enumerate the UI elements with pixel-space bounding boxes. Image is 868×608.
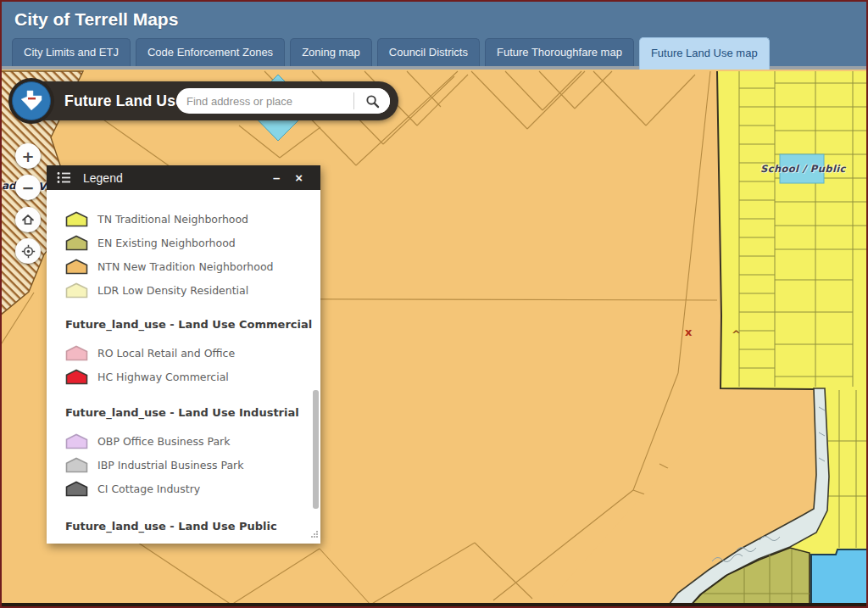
legend-header[interactable]: Legend – × [47, 165, 320, 190]
en-swatch-icon [67, 236, 87, 249]
zoom-out-button[interactable]: − [15, 175, 41, 200]
legend-item-label: IBP Industrial Business Park [97, 459, 243, 471]
tab-city-limits-and-etj[interactable]: City Limits and ETJ [12, 38, 131, 66]
search-box [176, 88, 390, 114]
ci-swatch-icon [67, 482, 87, 495]
ro-swatch-icon [67, 346, 87, 360]
zone-blue-water [811, 549, 868, 608]
tab-council-districts[interactable]: Council Districts [377, 38, 480, 66]
terrell-texas-logo-icon [12, 81, 51, 120]
legend-item-label: EN Existing Neighborhood [97, 237, 236, 249]
tab-code-enforcement-zones[interactable]: Code Enforcement Zones [136, 38, 285, 66]
home-icon [21, 213, 35, 226]
obp-swatch-icon [67, 434, 87, 448]
tab-future-land-use-map[interactable]: Future Land Use map [639, 37, 770, 70]
legend-item-hc: HC Highway Commercial [65, 365, 320, 388]
tab-bar: City Limits and ETJ Code Enforcement Zon… [0, 37, 868, 70]
legend-item-tn: TN Traditional Neighborhood [65, 207, 320, 231]
legend-scrollbar-thumb[interactable] [313, 390, 319, 509]
legend-item-ntn: NTN New Tradition Neighborhood [65, 254, 320, 278]
legend-item-label: RO Local Retail and Office [97, 347, 235, 360]
city-logo [8, 78, 54, 124]
hc-swatch-icon [67, 370, 87, 383]
app-label: Future Land Use [64, 81, 184, 120]
legend-item-ibp: IBP Industrial Business Park [65, 453, 320, 477]
legend-item-obp: OBP Office Business Park [65, 429, 320, 453]
map-toolbar: Future Land Use [12, 81, 398, 120]
minus-icon: − [21, 179, 34, 197]
legend-section-heading-commercial: Future_land_use - Land Use Commercial [65, 315, 320, 334]
search-button[interactable] [354, 88, 390, 114]
app-window: City of Terrell Maps City Limits and ETJ… [0, 0, 868, 608]
tab-zoning-map[interactable]: Zoning map [290, 38, 372, 66]
legend-resize-handle[interactable] [310, 527, 319, 542]
legend-title: Legend [83, 171, 265, 185]
page-title: City of Terrell Maps [14, 0, 178, 39]
tab-strip: City Limits and ETJ Code Enforcement Zon… [12, 37, 770, 70]
legend-item-label: HC Highway Commercial [97, 371, 229, 383]
legend-section-heading-public: Future_land_use - Land Use Public [65, 517, 320, 536]
map-canvas[interactable]: School / Public adi V x ^ Future Land Us… [0, 70, 868, 608]
plus-icon: + [21, 148, 34, 165]
zoom-in-button[interactable]: + [15, 143, 41, 169]
legend-body: TN Traditional Neighborhood EN Existing … [47, 190, 320, 544]
locate-icon [21, 244, 36, 259]
legend-item-ldr: LDR Low Density Residential [65, 278, 320, 302]
legend-minimize-button[interactable]: – [265, 165, 287, 190]
legend-item-label: TN Traditional Neighborhood [97, 213, 248, 226]
legend-item-en: EN Existing Neighborhood [65, 231, 320, 254]
legend-panel: Legend – × TN Traditional Neighborhood E… [47, 165, 320, 544]
legend-item-label: OBP Office Business Park [97, 435, 231, 448]
ntn-swatch-icon [67, 259, 87, 273]
locate-button[interactable] [15, 238, 41, 264]
legend-item-ci: CI Cottage Industry [65, 477, 320, 500]
search-icon [365, 94, 380, 109]
legend-item-label: LDR Low Density Residential [97, 284, 248, 297]
legend-item-label: CI Cottage Industry [97, 482, 200, 495]
legend-list-icon [57, 171, 71, 184]
search-input[interactable] [176, 88, 353, 114]
legend-section-heading-industrial: Future_land_use - Land Use Industrial [65, 404, 320, 422]
home-button[interactable] [15, 207, 41, 232]
tab-future-thoroughfare-map[interactable]: Future Thoroughfare map [485, 38, 634, 66]
ldr-swatch-icon [67, 283, 87, 297]
tn-swatch-icon [67, 212, 87, 226]
ibp-swatch-icon [67, 458, 87, 471]
legend-close-button[interactable]: × [287, 165, 310, 190]
legend-item-ro: RO Local Retail and Office [65, 341, 320, 365]
app-header: City of Terrell Maps [0, 0, 868, 37]
zone-cyan-school-parcel [780, 154, 824, 183]
legend-item-label: NTN New Tradition Neighborhood [97, 260, 274, 273]
resize-grip-icon [310, 530, 319, 538]
